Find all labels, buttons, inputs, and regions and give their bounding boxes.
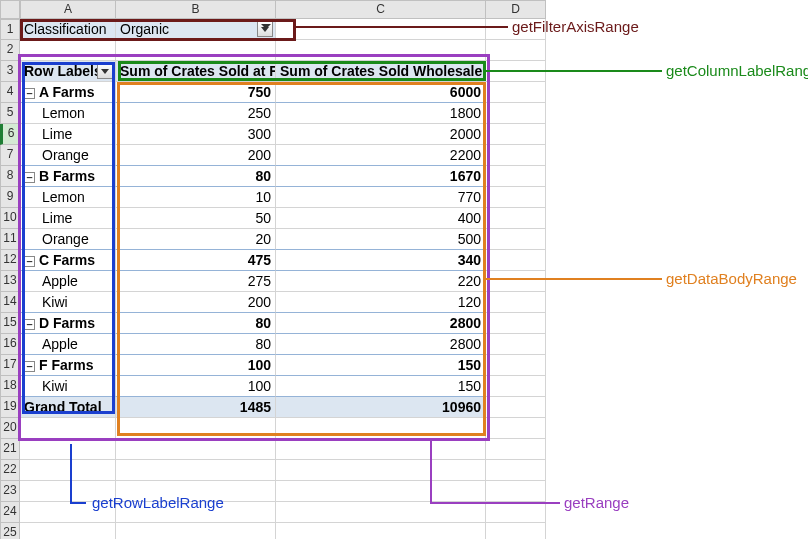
value-wholesale[interactable]: 220 [276, 271, 486, 292]
empty-d[interactable] [486, 313, 546, 334]
empty[interactable] [20, 460, 116, 481]
empty-d[interactable] [486, 208, 546, 229]
row-header-7[interactable]: 7 [0, 145, 20, 166]
empty-a2[interactable] [20, 40, 116, 61]
row-header-2[interactable]: 2 [0, 40, 20, 61]
empty[interactable] [276, 439, 486, 460]
row-header-10[interactable]: 10 [0, 208, 20, 229]
empty-b2[interactable] [116, 40, 276, 61]
row-header-14[interactable]: 14 [0, 292, 20, 313]
col-header-c[interactable]: C [276, 0, 486, 19]
collapse-icon[interactable]: – [24, 319, 35, 330]
empty-d[interactable] [486, 82, 546, 103]
value-farm[interactable]: 80 [116, 166, 276, 187]
row-labels-dropdown-icon[interactable] [97, 63, 113, 79]
filter-value-cell[interactable]: Organic [116, 19, 276, 40]
value-farm[interactable]: 80 [116, 334, 276, 355]
empty-d[interactable] [486, 103, 546, 124]
col-header-b[interactable]: B [116, 0, 276, 19]
empty[interactable] [486, 523, 546, 539]
value-wholesale[interactable]: 1670 [276, 166, 486, 187]
empty[interactable] [276, 523, 486, 539]
empty-c1[interactable] [276, 19, 486, 40]
value-farm[interactable]: 750 [116, 82, 276, 103]
collapse-icon[interactable]: – [24, 172, 35, 183]
value-wholesale[interactable]: 2800 [276, 334, 486, 355]
row-header-17[interactable]: 17 [0, 355, 20, 376]
empty-d[interactable] [486, 355, 546, 376]
empty-d[interactable] [486, 292, 546, 313]
empty-d[interactable] [486, 166, 546, 187]
value-wholesale[interactable]: 770 [276, 187, 486, 208]
value-farm[interactable]: 50 [116, 208, 276, 229]
row-labels-header[interactable]: Row Labels [20, 61, 116, 82]
row-header-3[interactable]: 3 [0, 61, 20, 82]
collapse-icon[interactable]: – [24, 256, 35, 267]
empty[interactable] [486, 502, 546, 523]
row-header-9[interactable]: 9 [0, 187, 20, 208]
empty-d[interactable] [486, 376, 546, 397]
value-wholesale[interactable]: 120 [276, 292, 486, 313]
collapse-icon[interactable]: – [24, 361, 35, 372]
empty[interactable] [20, 439, 116, 460]
value-wholesale[interactable]: 2800 [276, 313, 486, 334]
row-header-13[interactable]: 13 [0, 271, 20, 292]
value-farm[interactable]: 80 [116, 313, 276, 334]
empty[interactable] [276, 460, 486, 481]
value-wholesale[interactable]: 2200 [276, 145, 486, 166]
empty[interactable] [116, 439, 276, 460]
empty-d-gt[interactable] [486, 397, 546, 418]
group-row[interactable]: –F Farms [20, 355, 116, 376]
empty-d2[interactable] [486, 40, 546, 61]
filter-dropdown-icon[interactable] [257, 21, 273, 37]
value-wholesale[interactable]: 500 [276, 229, 486, 250]
col-label-1[interactable]: Sum of Crates Sold at Farm [116, 61, 276, 82]
empty[interactable] [276, 418, 486, 439]
row-header-18[interactable]: 18 [0, 376, 20, 397]
group-row[interactable]: –D Farms [20, 313, 116, 334]
empty-d[interactable] [486, 124, 546, 145]
item-row[interactable]: Apple [20, 271, 116, 292]
empty[interactable] [20, 418, 116, 439]
empty[interactable] [116, 523, 276, 539]
collapse-icon[interactable]: – [24, 88, 35, 99]
value-wholesale[interactable]: 150 [276, 376, 486, 397]
row-header-20[interactable]: 20 [0, 418, 20, 439]
item-row[interactable]: Lime [20, 124, 116, 145]
value-wholesale[interactable]: 1800 [276, 103, 486, 124]
row-header-25[interactable]: 25 [0, 523, 20, 539]
value-farm[interactable]: 10 [116, 187, 276, 208]
row-header-15[interactable]: 15 [0, 313, 20, 334]
row-header-8[interactable]: 8 [0, 166, 20, 187]
row-header-11[interactable]: 11 [0, 229, 20, 250]
select-all-corner[interactable] [0, 0, 20, 19]
value-wholesale[interactable]: 150 [276, 355, 486, 376]
row-header-6[interactable]: 6 [0, 124, 20, 145]
empty-d[interactable] [486, 145, 546, 166]
empty-c2[interactable] [276, 40, 486, 61]
row-header-22[interactable]: 22 [0, 460, 20, 481]
item-row[interactable]: Lime [20, 208, 116, 229]
row-header-21[interactable]: 21 [0, 439, 20, 460]
empty[interactable] [20, 523, 116, 539]
row-header-1[interactable]: 1 [0, 19, 20, 40]
col-header-d[interactable]: D [486, 0, 546, 19]
group-row[interactable]: –A Farms [20, 82, 116, 103]
item-row[interactable]: Kiwi [20, 292, 116, 313]
empty[interactable] [486, 481, 546, 502]
value-farm[interactable]: 100 [116, 355, 276, 376]
value-farm[interactable]: 200 [116, 145, 276, 166]
item-row[interactable]: Lemon [20, 103, 116, 124]
grand-total-label[interactable]: Grand Total [20, 397, 116, 418]
item-row[interactable]: Apple [20, 334, 116, 355]
value-wholesale[interactable]: 400 [276, 208, 486, 229]
row-header-16[interactable]: 16 [0, 334, 20, 355]
grand-total-v1[interactable]: 1485 [116, 397, 276, 418]
empty-d[interactable] [486, 187, 546, 208]
row-header-23[interactable]: 23 [0, 481, 20, 502]
value-farm[interactable]: 250 [116, 103, 276, 124]
grand-total-v2[interactable]: 10960 [276, 397, 486, 418]
item-row[interactable]: Orange [20, 145, 116, 166]
item-row[interactable]: Lemon [20, 187, 116, 208]
value-farm[interactable]: 20 [116, 229, 276, 250]
